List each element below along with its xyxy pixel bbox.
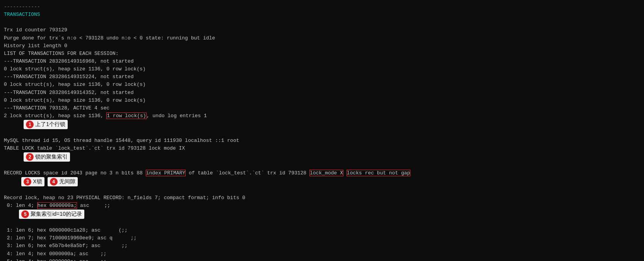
annotation-bubble-3: 3 <box>24 178 31 186</box>
annotation-bubble-4: 4 <box>50 178 58 186</box>
annotation-label-5: 聚集索引id=10的记录 <box>31 210 82 218</box>
line-tx2b: 0 lock struct(s), heap size 1136, 0 row … <box>4 81 640 89</box>
line-tx2: ---TRANSACTION 283286149315224, not star… <box>4 73 640 81</box>
lock-mode-x-highlight: lock_mode X <box>309 170 343 176</box>
line-field-5: 5: len 4; hex 0000000a; asc ;; <box>4 258 640 261</box>
line-field-1: 1: len 6; hex 0000000c1a28; asc (;; <box>4 227 640 234</box>
annotation-label-4: 无间隙 <box>59 177 75 186</box>
line-tx1: ---TRANSACTION 283286149316968, not star… <box>4 58 640 65</box>
annotation-label-1: 上了1个行锁 <box>35 120 65 129</box>
line-purge: Purge done for trx`s n:o < 793128 undo n… <box>4 34 640 42</box>
line-field-0: 0: len 4; hex 0000000a; asc ;; 5 聚集索引id=… <box>4 202 640 227</box>
line-row-lock: 2 lock struct(s), heap size 1136, 1 row … <box>4 112 640 137</box>
line-list: LIST OF TRANSACTIONS FOR EACH SESSION: <box>4 50 640 58</box>
line-trx-counter: Trx id counter 793129 <box>4 26 640 34</box>
annotation-bubble-1: 1 <box>26 121 34 128</box>
line-table-lock: TABLE LOCK table `lock_test`.`ct` trx id… <box>4 145 640 169</box>
line-tx3: ---TRANSACTION 283286149314352, not star… <box>4 89 640 97</box>
line-record-locks: RECORD LOCKS space id 2043 page no 3 n b… <box>4 169 640 194</box>
line-field-4: 4: len 4; hex 0000000a; asc ;; <box>4 250 640 258</box>
line-field-3: 3: len 6; hex e5b7b4e8a5bf; asc ;; <box>4 242 640 250</box>
terminal: ------------ TRANSACTIONS Trx id counter… <box>0 0 644 261</box>
hex-0a-highlight: hex 0000000a; <box>37 202 77 209</box>
line-history: History list length 0 <box>4 42 640 50</box>
annotation-label-2: 锁的聚集索引 <box>35 153 68 161</box>
annotation-bubble-2: 2 <box>26 153 34 161</box>
line-mysql-thread: MySQL thread id 15, OS thread handle 154… <box>4 137 640 145</box>
line-transactions: TRANSACTIONS <box>4 11 640 19</box>
annotation-label-3: X锁 <box>33 177 42 186</box>
row-lock-highlight: 1 row lock(s) <box>106 113 146 119</box>
index-primary-highlight: index PRIMARY <box>146 170 186 176</box>
line-tx1b: 0 lock struct(s), heap size 1136, 0 row … <box>4 65 640 73</box>
annotation-bubble-5: 5 <box>21 210 29 218</box>
line-dashes-top: ------------ <box>4 3 640 11</box>
line-record-lock-phys: Record lock, heap no 23 PHYSICAL RECORD:… <box>4 194 640 202</box>
line-tx3b: 0 lock struct(s), heap size 1136, 0 row … <box>4 97 640 104</box>
locks-rec-highlight: locks rec but not gap <box>347 170 411 176</box>
line-tx-active: ---TRANSACTION 793128, ACTIVE 4 sec <box>4 104 640 112</box>
line-field-2: 2: len 7; hex 71000019960ee9; asc q ;; <box>4 234 640 242</box>
